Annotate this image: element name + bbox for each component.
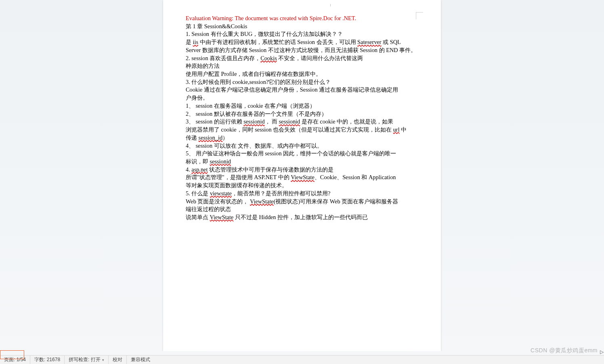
q3-item2: 2、 session 默认被存在服务器的一个文件里（不是内存） [186, 110, 418, 118]
spellerr-viewstate-3: ViewState [210, 214, 234, 220]
q4-line1: 所谓"状态管理"，是指使用 ASP.NET 中的 ViewState、Cooki… [186, 174, 418, 182]
status-compat-mode[interactable]: 兼容模式 [127, 356, 154, 364]
q5-title: 5. 什么是 viewstate，能否禁用？是否所用控件都可以禁用? [186, 190, 418, 198]
q3-item1: 1、 session 在服务器端，cookie 在客户端（浏览器） [186, 102, 418, 110]
q4-line2: 等对象实现页面数据缓存和传递的技术。 [186, 182, 418, 190]
q2-title-line2: 种原始的方法 [186, 62, 418, 70]
header-center-mark [330, 4, 331, 6]
spellerr-sessionid-2: sessionid [279, 118, 300, 125]
status-spellcheck[interactable]: 拼写检查: 打开 ▾ [65, 356, 109, 364]
q4-title: 4. asp.net 状态管理技术中可用于保存与传递数据的方法的是 [186, 166, 418, 174]
evaluation-warning: Evaluation Warning: The document was cre… [186, 15, 418, 23]
spellerr-iis: iis [193, 39, 199, 45]
status-page-number[interactable]: 页面: 1/54 [0, 356, 30, 364]
q3-item3-l2: 浏览器禁用了 cookie，同时 session 也会失效（但是可以通过其它方式… [186, 126, 418, 134]
document-page: Evaluation Warning: The document was cre… [163, 0, 441, 351]
q1-title: 1. Session 有什么重大 BUG，微软提出了什么方法加以解决？？ [186, 30, 418, 38]
q3-line1: Cookie 通过在客户端记录信息确定用户身份，Session 通过在服务器端记… [186, 86, 418, 94]
q1-line1: 是 iis 中由于有进程回收机制，系统繁忙的话 Session 会丢失，可以用 … [186, 38, 418, 46]
q3-title: 3. 什么时候会用到 cookie,session?它们的区别分别是什么？ [186, 78, 418, 86]
status-proofing[interactable]: 校对 [109, 356, 127, 364]
spellerr-viewstate-1: ViewState [291, 174, 315, 180]
q3-line2: 户身份。 [186, 94, 418, 102]
q3-item5-l2: 标识，即 sessionid [186, 158, 418, 166]
spellerr-session-id: session_id [199, 134, 223, 141]
q3-item4: 4、 session 可以放在 文件、数据库、或内存中都可以。 [186, 142, 418, 150]
spellerr-sateserver: Sateserver [357, 39, 382, 45]
spellerr-viewstate-lc: viewstate [210, 190, 232, 197]
spellerr-sessionid-1: sessionid [243, 118, 264, 125]
q5-line3: 说简单点 ViewState 只不过是 Hidden 控件，加上微软写上的一些代… [186, 213, 418, 222]
q2-title-line1: 2. session 喜欢丢值且占内存，Cookis 不安全，请问用什么办法代替… [186, 54, 418, 63]
q3-item3-l1: 3、 session 的运行依赖 sessionid， 而 sessionid … [186, 118, 418, 126]
q2-answer: 使用用户配置 Profile，或者自行编程存储在数据库中。 [186, 70, 418, 78]
spellerr-url: url [393, 126, 400, 133]
q1-line2: Server 数据库的方式存储 Session 不过这种方式比较慢，而且无法捕获… [186, 46, 418, 54]
spellerr-aspnet: asp.net [191, 166, 208, 173]
q5-line1: Web 页面是没有状态的， ViewState(视图状态)可用来保存 Web 页… [186, 198, 418, 206]
q3-item5-l1: 5、 用户验证这种场合一般会用 session 因此，维持一个会话的核心就是客户… [186, 150, 418, 158]
margin-corner-mark [416, 12, 423, 13]
status-bar: 页面: 1/54 字数: 21678 拼写检查: 打开 ▾ 校对 兼容模式 [0, 355, 604, 364]
spellerr-sessionid-3: sessionid [210, 158, 231, 165]
q5-line2: 端往返过程的状态 [186, 205, 418, 213]
spellerr-viewstate-2: ViewState [250, 198, 274, 205]
spellerr-cookis: Cookis [260, 55, 277, 61]
status-word-count[interactable]: 字数: 21678 [30, 356, 65, 364]
chapter-heading: 第 1 章 Session&&Cookis [186, 23, 247, 29]
q3-item3-l3: 传递 session_id） [186, 134, 418, 142]
document-viewport[interactable]: Evaluation Warning: The document was cre… [0, 0, 604, 351]
chevron-down-icon: ▾ [102, 358, 104, 362]
